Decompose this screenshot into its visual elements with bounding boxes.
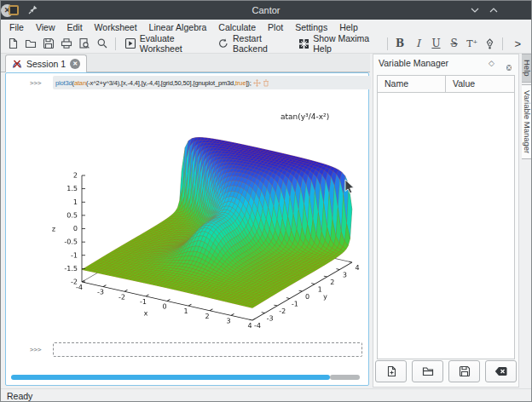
variable-table: Name Value <box>377 75 515 359</box>
superscript-icon: T⁺ <box>465 38 480 49</box>
save-variables-button[interactable] <box>448 360 480 382</box>
titlebar[interactable]: Cantor ✕ <box>1 1 531 20</box>
menu-linear-algebra[interactable]: Linear Algebra <box>143 22 213 32</box>
new-variable-button[interactable] <box>375 360 407 382</box>
toolbar-separator <box>115 37 116 50</box>
toolbar-separator <box>387 37 388 50</box>
float-panel-icon[interactable]: ◇ <box>489 59 494 67</box>
load-variables-button[interactable] <box>412 360 443 382</box>
search-icon <box>96 37 108 49</box>
command-prompt: >>> <box>30 79 42 87</box>
variable-manager-title: Variable Manager <box>379 58 448 68</box>
command-entry[interactable]: plot3d(atan(-x^2+y^3/4),[x,-4,4],[y,-4,4… <box>53 76 371 89</box>
tab-label: Session 1 <box>26 59 66 69</box>
italic-icon: I <box>410 37 425 49</box>
open-button[interactable] <box>22 35 38 52</box>
maxima-help-icon <box>298 38 309 49</box>
cantor-window: Cantor ✕ File View Edit Worksheet Linear… <box>0 0 532 402</box>
variable-manager-panel: Variable Manager ◇ ✕ Name Value <box>373 54 519 388</box>
toolbar-overflow-chevron[interactable]: > <box>507 37 528 50</box>
plot-canvas <box>26 95 367 342</box>
new-variable-icon <box>385 365 397 377</box>
restart-icon <box>217 37 229 49</box>
column-header-value[interactable]: Value <box>446 76 475 92</box>
column-header-name[interactable]: Name <box>378 76 446 92</box>
clear-variables-button[interactable] <box>485 360 517 382</box>
menu-calculate[interactable]: Calculate <box>212 22 262 32</box>
text-color-button[interactable] <box>482 35 498 52</box>
italic-button[interactable]: I <box>410 35 426 52</box>
folder-icon <box>422 365 434 377</box>
print-button[interactable] <box>58 35 74 52</box>
tab-close-icon[interactable]: ✕ <box>70 59 80 69</box>
scrollbar-track[interactable] <box>330 375 360 380</box>
maxima-help-label: Show Maxima Help <box>313 33 379 54</box>
remove-entry-icon[interactable] <box>263 79 269 87</box>
side-tab-help[interactable]: Help <box>522 54 532 83</box>
side-tab-variable-manager[interactable]: Variable Manager <box>522 84 532 159</box>
folder-icon <box>25 37 37 49</box>
print-preview-button[interactable] <box>77 35 93 52</box>
toolbar: Evaluate Worksheet Restart Backend Show … <box>1 34 531 54</box>
mouse-cursor <box>344 179 356 195</box>
menu-plot[interactable]: Plot <box>262 22 289 32</box>
plot-title: atan(y³/4-x²) <box>280 112 366 121</box>
side-tab-strip: Help Variable Manager <box>522 54 532 159</box>
bold-button[interactable]: B <box>392 35 408 52</box>
clear-icon <box>494 366 507 376</box>
command-text: plot3d <box>55 79 72 87</box>
superscript-button[interactable]: T⁺ <box>464 35 480 52</box>
horizontal-scrollbar[interactable] <box>11 375 360 381</box>
find-button[interactable] <box>95 35 111 52</box>
app-icon <box>9 5 19 15</box>
pin-icon[interactable] <box>28 4 38 15</box>
menu-settings[interactable]: Settings <box>289 22 333 32</box>
menu-worksheet[interactable]: Worksheet <box>89 22 143 32</box>
variable-manager-header[interactable]: Variable Manager ◇ ✕ <box>373 55 518 73</box>
empty-command-prompt: >>> <box>30 346 42 353</box>
show-maxima-help-button[interactable]: Show Maxima Help <box>294 35 383 52</box>
menu-file[interactable]: File <box>3 22 30 32</box>
save-icon <box>459 365 471 377</box>
minimize-button[interactable] <box>468 3 482 17</box>
bold-icon: B <box>392 37 408 49</box>
statusbar: Ready <box>1 388 531 402</box>
toolbar-separator <box>502 37 503 50</box>
restart-label: Restart Backend <box>233 33 288 54</box>
drag-entry-icon[interactable] <box>253 79 261 87</box>
tabbar: Session 1 ✕ <box>1 54 370 72</box>
empty-command-entry[interactable] <box>53 342 362 357</box>
menu-help[interactable]: Help <box>333 22 364 32</box>
strikethrough-icon: S <box>447 37 462 49</box>
save-button[interactable] <box>40 35 56 52</box>
print-preview-icon <box>78 37 90 49</box>
scrollbar-slider[interactable] <box>11 375 330 380</box>
window-title: Cantor <box>1 5 531 15</box>
underline-icon: U <box>428 37 443 49</box>
new-document-icon <box>7 37 19 49</box>
tab-session-1[interactable]: Session 1 ✕ <box>5 55 87 72</box>
menu-edit[interactable]: Edit <box>61 22 89 32</box>
menubar: File View Edit Worksheet Linear Algebra … <box>1 20 531 34</box>
evaluate-icon <box>124 37 136 49</box>
panel-close-icon[interactable]: ✕ <box>506 58 512 73</box>
status-text: Ready <box>7 391 32 401</box>
save-icon <box>43 37 55 49</box>
evaluate-worksheet-button[interactable]: Evaluate Worksheet <box>120 35 211 52</box>
print-icon <box>61 37 72 49</box>
new-worksheet-button[interactable] <box>4 35 20 52</box>
strikethrough-button[interactable]: S <box>446 35 462 52</box>
restart-backend-button[interactable]: Restart Backend <box>213 35 292 52</box>
worksheet[interactable]: >>> plot3d(atan(-x^2+y^3/4),[x,-4,4],[y,… <box>5 72 369 386</box>
maxima-session-icon <box>12 59 22 69</box>
evaluate-label: Evaluate Worksheet <box>140 33 207 54</box>
maximize-button[interactable] <box>487 3 500 17</box>
underline-button[interactable]: U <box>428 35 444 52</box>
text-color-icon <box>484 38 495 49</box>
menu-view[interactable]: View <box>30 22 61 32</box>
